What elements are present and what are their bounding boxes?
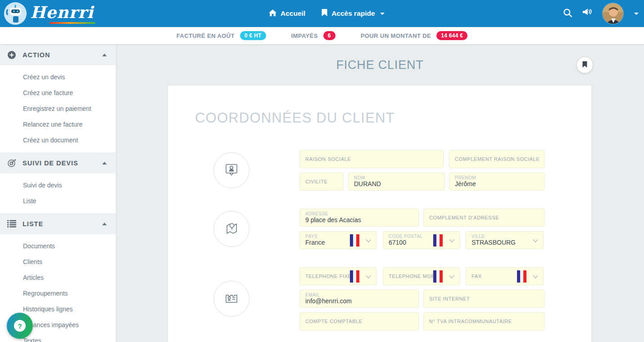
sidebar-item-documents[interactable]: Documents bbox=[0, 238, 116, 254]
page-title: FICHE CLIENT bbox=[116, 58, 644, 72]
chevron-down-icon bbox=[380, 13, 385, 15]
fax-label: FAX bbox=[472, 268, 482, 285]
raison-sociale-label: RAISON SOCIALE bbox=[305, 150, 351, 168]
complement-adresse-label: COMPLEMENT D'ADRESSE bbox=[429, 209, 499, 226]
sidebar-section-liste[interactable]: LISTE bbox=[0, 213, 116, 234]
bookmark-icon bbox=[322, 9, 327, 18]
chevron-down-icon bbox=[366, 237, 371, 242]
home-icon bbox=[269, 9, 277, 18]
nav-home[interactable]: Accueil bbox=[269, 9, 305, 18]
henrri-robot-logo-icon[interactable] bbox=[4, 2, 27, 25]
pays-value: France bbox=[305, 239, 325, 246]
nav-quick-access-label: Accès rapide bbox=[331, 9, 375, 18]
stat-amount: POUR UN MONTANT DE 14 644 € bbox=[361, 31, 468, 40]
nav-quick-access[interactable]: Accès rapide bbox=[322, 9, 385, 18]
sidebar-item-enregistrez-un-paiement[interactable]: Enregistrez un paiement bbox=[0, 101, 116, 117]
telephone-fixe-field[interactable]: TELEPHONE FIXE bbox=[299, 267, 376, 285]
adresse-field[interactable]: ADRESSE 9 place des Acacias bbox=[299, 209, 419, 227]
sidebar-item-creez-une-facture[interactable]: Créez une facture bbox=[0, 85, 116, 101]
stat-invoiced-badge: 0 € HT bbox=[240, 31, 266, 40]
prenom-label: PRENOM bbox=[455, 175, 476, 180]
prenom-value: Jérôme bbox=[455, 180, 476, 187]
sidebar-item-liste-devis[interactable]: Liste bbox=[0, 193, 116, 209]
chevron-down-icon bbox=[533, 273, 538, 278]
chevron-down-icon bbox=[449, 273, 454, 278]
brand-rainbow-underline bbox=[50, 22, 95, 24]
sidebar: ACTION Créez un devis Créez une facture … bbox=[0, 44, 116, 342]
sidebar-item-creez-un-devis[interactable]: Créez un devis bbox=[0, 69, 116, 85]
sidebar-section-action[interactable]: ACTION bbox=[0, 44, 116, 65]
compte-comptable-label: COMPTE COMPTABLE bbox=[305, 313, 363, 330]
complement-raison-sociale-label: COMPLEMENT RAISON SOCIALE bbox=[455, 150, 540, 168]
stat-invoiced-label: FACTURÉ EN AOÛT bbox=[177, 32, 235, 39]
client-card: COORDONNÉES DU CLIENT RAISON SOCIALE COM… bbox=[168, 86, 591, 342]
megaphone-icon[interactable] bbox=[582, 8, 593, 19]
sidebar-item-regroupements[interactable]: Regroupements bbox=[0, 286, 116, 301]
chevron-down-icon bbox=[449, 237, 454, 242]
complement-adresse-field[interactable]: COMPLEMENT D'ADRESSE bbox=[423, 209, 544, 227]
france-flag-icon bbox=[517, 270, 526, 283]
sidebar-item-relancez-une-facture[interactable]: Relancez une facture bbox=[0, 117, 116, 132]
list-icon bbox=[7, 220, 17, 228]
code-postal-label: CODE POSTAL bbox=[389, 234, 423, 239]
compte-comptable-field[interactable]: COMPTE COMPTABLE bbox=[299, 312, 419, 330]
tva-field[interactable]: N° TVA INTRACOMMUNAUTAIRE bbox=[423, 312, 544, 330]
nom-field[interactable]: NOM DURAND bbox=[348, 173, 445, 191]
target-icon bbox=[7, 158, 17, 168]
top-navbar: Henrri Accueil Accès rapide bbox=[0, 0, 644, 27]
site-internet-field[interactable]: SITE INTERNET bbox=[423, 290, 544, 308]
ville-select[interactable]: VILLE STRASBOURG bbox=[466, 231, 544, 249]
chevron-up-icon bbox=[102, 54, 107, 56]
france-flag-icon bbox=[433, 270, 443, 283]
nom-value: DURAND bbox=[354, 180, 381, 187]
chevron-up-icon bbox=[102, 223, 107, 225]
nom-label: NOM bbox=[354, 175, 365, 180]
adresse-label: ADRESSE bbox=[305, 211, 328, 216]
code-postal-select[interactable]: CODE POSTAL 67100 bbox=[383, 231, 460, 249]
sidebar-section-suivi-de-devis[interactable]: SUIVI DE DEVIS bbox=[0, 152, 116, 173]
site-internet-label: SITE INTERNET bbox=[429, 290, 470, 307]
stats-bar: FACTURÉ EN AOÛT 0 € HT IMPAYÉS 6 POUR UN… bbox=[0, 27, 644, 44]
adresse-value: 9 place des Acacias bbox=[305, 216, 361, 223]
france-flag-icon bbox=[350, 270, 359, 283]
address-section-icon bbox=[213, 211, 249, 247]
user-menu-chevron-icon[interactable] bbox=[634, 13, 639, 15]
search-icon[interactable] bbox=[563, 8, 572, 19]
fax-field[interactable]: FAX bbox=[466, 267, 544, 285]
complement-raison-sociale-field[interactable]: COMPLEMENT RAISON SOCIALE bbox=[449, 150, 544, 168]
email-field[interactable]: EMAIL info@henrri.com bbox=[299, 290, 419, 308]
email-label: EMAIL bbox=[305, 292, 320, 297]
stat-unpaid-label: IMPAYÉS bbox=[291, 32, 318, 39]
sidebar-item-suivi-de-devis[interactable]: Suivi de devis bbox=[0, 178, 116, 193]
tva-label: N° TVA INTRACOMMUNAUTAIRE bbox=[429, 313, 512, 330]
stat-unpaid: IMPAYÉS 6 bbox=[291, 31, 336, 40]
brand-wordmark[interactable]: Henrri bbox=[30, 3, 94, 22]
identity-section-icon bbox=[213, 152, 249, 188]
france-flag-icon bbox=[433, 234, 443, 246]
stat-unpaid-badge: 6 bbox=[323, 31, 336, 40]
ville-value: STRASBOURG bbox=[472, 239, 516, 246]
telephone-mobile-field[interactable]: TELEPHONE MOBILE bbox=[383, 267, 460, 285]
email-value: info@henrri.com bbox=[305, 297, 352, 305]
pays-select[interactable]: PAYS France bbox=[299, 231, 376, 249]
user-avatar[interactable] bbox=[602, 3, 624, 24]
nav-home-label: Accueil bbox=[281, 9, 305, 18]
sidebar-item-articles[interactable]: Articles bbox=[0, 270, 116, 286]
sidebar-section-action-title: ACTION bbox=[23, 51, 50, 59]
plus-circle-icon bbox=[7, 50, 17, 59]
raison-sociale-field[interactable]: RAISON SOCIALE bbox=[299, 150, 444, 168]
civilite-field[interactable]: CIVILITE bbox=[299, 173, 344, 191]
help-button[interactable]: ? bbox=[7, 313, 33, 339]
chevron-up-icon bbox=[102, 162, 107, 164]
ville-label: VILLE bbox=[472, 234, 485, 239]
stat-invoiced: FACTURÉ EN AOÛT 0 € HT bbox=[177, 31, 266, 40]
code-postal-value: 67100 bbox=[389, 239, 406, 246]
stat-amount-label: POUR UN MONTANT DE bbox=[361, 32, 431, 39]
chevron-down-icon bbox=[533, 237, 538, 242]
civilite-label: CIVILITE bbox=[305, 173, 327, 190]
prenom-field[interactable]: PRENOM Jérôme bbox=[449, 173, 544, 191]
sidebar-item-clients[interactable]: Clients bbox=[0, 254, 116, 270]
bookmark-page-button[interactable] bbox=[577, 57, 593, 73]
question-mark-icon: ? bbox=[14, 320, 26, 332]
sidebar-item-creez-un-document[interactable]: Créez un document bbox=[0, 132, 116, 148]
